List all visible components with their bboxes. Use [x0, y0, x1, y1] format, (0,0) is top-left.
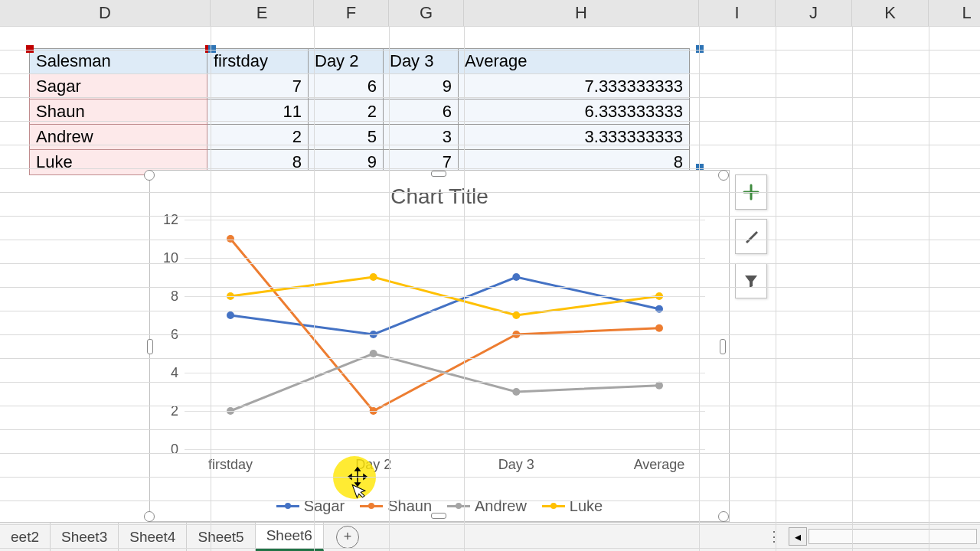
- gridline-horizontal: [0, 477, 980, 478]
- header-cell-day3[interactable]: Day 3: [384, 49, 459, 74]
- value-cell[interactable]: 7.333333333: [459, 74, 690, 99]
- value-cell[interactable]: 7: [207, 74, 309, 99]
- resize-handle[interactable]: [431, 171, 446, 177]
- x-tick-label: Day 3: [498, 457, 534, 473]
- resize-handle[interactable]: [718, 170, 729, 181]
- tab-menu-icon[interactable]: ⋮: [767, 528, 787, 545]
- value-cell[interactable]: 2: [207, 125, 309, 150]
- value-cell[interactable]: 5: [309, 125, 384, 150]
- chart-gridline: [185, 449, 705, 450]
- legend-swatch: [276, 505, 299, 507]
- gridline-horizontal: [0, 500, 980, 501]
- header-cell-day2[interactable]: Day 2: [309, 49, 384, 74]
- series-marker[interactable]: [655, 305, 663, 313]
- resize-handle[interactable]: [147, 339, 153, 354]
- legend-swatch: [447, 505, 470, 507]
- chart-filters-button[interactable]: [735, 263, 767, 298]
- column-header-D[interactable]: D: [0, 0, 211, 26]
- name-cell[interactable]: Andrew: [30, 125, 207, 150]
- series-marker[interactable]: [370, 273, 377, 281]
- gridline-horizontal: [0, 145, 980, 145]
- series-marker[interactable]: [512, 388, 520, 396]
- gridline-vertical: [852, 26, 853, 551]
- table-row[interactable]: Andrew2533.333333333: [30, 125, 690, 150]
- brush-icon: [743, 228, 760, 245]
- gridline-vertical: [464, 26, 465, 551]
- header-cell-average[interactable]: Average: [459, 49, 690, 74]
- gridline-vertical: [929, 26, 929, 551]
- resize-handle[interactable]: [718, 511, 729, 522]
- resize-handle[interactable]: [144, 511, 155, 522]
- table-row[interactable]: Sagar7697.333333333: [30, 74, 690, 99]
- column-header-G[interactable]: G: [389, 0, 464, 26]
- resize-handle[interactable]: [720, 339, 726, 354]
- chart-gridline: [185, 258, 705, 259]
- gridline-horizontal: [0, 382, 980, 383]
- y-tick-label: 8: [148, 289, 178, 305]
- series-marker[interactable]: [655, 324, 663, 332]
- data-table[interactable]: Salesman firstday Day 2 Day 3 Average Sa…: [29, 48, 690, 175]
- column-header-I[interactable]: I: [699, 0, 776, 26]
- sheet-tab-eet2[interactable]: eet2: [0, 523, 51, 551]
- column-header-E[interactable]: E: [211, 0, 314, 26]
- add-sheet-button[interactable]: +: [336, 526, 359, 549]
- column-header-L[interactable]: L: [929, 0, 980, 26]
- gridline-horizontal: [0, 358, 980, 359]
- series-marker[interactable]: [370, 350, 377, 357]
- chart-gridline: [185, 373, 705, 373]
- column-header-F[interactable]: F: [314, 0, 389, 26]
- x-tick-label: Average: [634, 457, 685, 473]
- hscroll-left[interactable]: ◂: [789, 527, 807, 546]
- gridline-horizontal: [0, 263, 980, 264]
- hscroll-track[interactable]: [808, 529, 977, 544]
- y-tick-label: 0: [148, 442, 178, 458]
- header-cell-salesman[interactable]: Salesman: [30, 49, 207, 74]
- gridline-vertical: [211, 26, 211, 551]
- legend-swatch: [360, 505, 383, 507]
- gridline-horizontal: [0, 524, 980, 525]
- resize-handle[interactable]: [144, 170, 155, 181]
- gridline-horizontal: [0, 287, 980, 288]
- gridline-horizontal: [0, 548, 980, 549]
- sheet-tab-sheet5[interactable]: Sheet5: [187, 523, 255, 551]
- gridline-vertical: [314, 26, 315, 551]
- gridline-vertical: [389, 26, 390, 551]
- series-marker[interactable]: [655, 382, 663, 390]
- series-marker[interactable]: [227, 311, 234, 319]
- sheet-tab-sheet3[interactable]: Sheet3: [51, 523, 119, 551]
- tab-scroll-controls: ⋮ ◂: [764, 522, 980, 551]
- series-marker[interactable]: [227, 235, 234, 243]
- range-corner-marker: [696, 45, 704, 53]
- gridline-horizontal: [0, 240, 980, 240]
- header-cell-firstday[interactable]: firstday: [207, 49, 309, 74]
- value-cell[interactable]: 3.333333333: [459, 125, 690, 150]
- gridline-horizontal: [0, 73, 980, 74]
- value-cell[interactable]: 3: [384, 125, 459, 150]
- gridline-horizontal: [0, 429, 980, 430]
- gridline-horizontal: [0, 97, 980, 98]
- column-header-J[interactable]: J: [776, 0, 852, 26]
- column-header-row: DEFGHIJKL: [0, 0, 980, 26]
- column-header-K[interactable]: K: [852, 0, 929, 26]
- table-header-row[interactable]: Salesman firstday Day 2 Day 3 Average: [30, 49, 690, 74]
- value-cell[interactable]: 9: [384, 74, 459, 99]
- gridline-horizontal: [0, 168, 980, 169]
- gridline-vertical: [776, 26, 776, 551]
- gridline-horizontal: [0, 453, 980, 454]
- range-corner-marker: [208, 45, 216, 53]
- name-cell[interactable]: Sagar: [30, 74, 207, 99]
- chart-gridline: [185, 296, 705, 297]
- series-marker[interactable]: [512, 273, 520, 281]
- chart-object[interactable]: Chart Title 024681012firstdayDay 2Day 3A…: [149, 170, 730, 522]
- legend-swatch: [542, 505, 565, 507]
- series-marker[interactable]: [512, 311, 520, 319]
- value-cell[interactable]: 6: [309, 74, 384, 99]
- resize-handle[interactable]: [431, 513, 446, 519]
- range-corner-marker: [26, 45, 34, 53]
- column-header-H[interactable]: H: [464, 0, 699, 26]
- chart-title[interactable]: Chart Title: [150, 184, 729, 209]
- chart-styles-button[interactable]: [735, 219, 767, 254]
- gridline-horizontal: [0, 334, 980, 335]
- y-tick-label: 12: [148, 212, 178, 228]
- sheet-tab-sheet4[interactable]: Sheet4: [119, 523, 187, 551]
